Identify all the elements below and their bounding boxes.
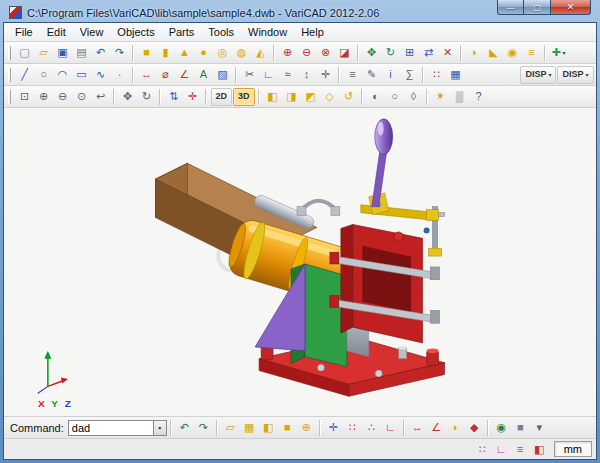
measure-icon[interactable]: ✛ <box>317 66 335 84</box>
open-file-icon[interactable]: ▱ <box>35 44 53 62</box>
circle-icon[interactable]: ○ <box>35 66 53 84</box>
display-settings-button[interactable]: DISP▾ <box>520 66 556 84</box>
window-titlebar[interactable]: C:\Program Files\VariCAD\lib\sample\samp… <box>3 0 597 22</box>
offset-icon[interactable]: ≈ <box>279 66 297 84</box>
menu-edit[interactable]: Edit <box>40 24 73 40</box>
minimize-button[interactable]: — <box>497 0 524 15</box>
menu-objects[interactable]: Objects <box>110 24 161 40</box>
fillet-edge-icon[interactable]: ◗ <box>466 44 484 62</box>
model-cylinder-handle[interactable] <box>297 201 340 216</box>
line-icon[interactable]: ╱ <box>16 66 34 84</box>
move-solid-icon[interactable]: ✥ <box>363 44 381 62</box>
mode-3d-button[interactable]: 3D <box>233 88 255 106</box>
menu-help[interactable]: Help <box>294 24 331 40</box>
axes-icon[interactable]: ✛ <box>184 88 202 106</box>
fillet-2d-icon[interactable]: ∟ <box>260 66 278 84</box>
grid-settings-icon[interactable]: ▦ <box>447 66 465 84</box>
pipe-solid-icon[interactable]: ◍ <box>233 44 251 62</box>
chamfer-edge-icon[interactable]: ◣ <box>485 44 503 62</box>
zoom-window-icon[interactable]: ⊡ <box>16 88 34 106</box>
trim-icon[interactable]: ✂ <box>241 66 259 84</box>
box-solid-icon[interactable]: ■ <box>138 44 156 62</box>
pan-icon[interactable]: ✥ <box>119 88 137 106</box>
stretch-icon[interactable]: ↕ <box>298 66 316 84</box>
status-ortho-icon[interactable]: ∟ <box>492 440 510 458</box>
snap-mode-icon[interactable]: ∷ <box>343 419 361 437</box>
visibility-icon[interactable]: ◉ <box>492 419 510 437</box>
redraw-icon[interactable]: ↻ <box>138 88 156 106</box>
cut-solid-icon[interactable]: ◪ <box>336 44 354 62</box>
zoom-in-icon[interactable]: ⊕ <box>35 88 53 106</box>
status-display-icon[interactable]: ◧ <box>530 440 548 458</box>
solid-edit-icon[interactable]: ◧ <box>259 419 277 437</box>
lock-icon[interactable]: ■ <box>511 419 529 437</box>
delete-solid-icon[interactable]: ✕ <box>439 44 457 62</box>
zoom-all-icon[interactable]: ⊙ <box>73 88 91 106</box>
command-redo-icon[interactable]: ↷ <box>194 419 212 437</box>
polyline-icon[interactable]: ∿ <box>92 66 110 84</box>
rotate-view-icon[interactable]: ↺ <box>340 88 358 106</box>
hatch-icon[interactable]: ▨ <box>214 66 232 84</box>
model-clamp-bracket[interactable] <box>341 224 423 342</box>
status-layer-icon[interactable]: ≡ <box>511 440 529 458</box>
mode-2d-button[interactable]: 2D <box>211 88 233 106</box>
perspective-icon[interactable]: ◊ <box>405 88 423 106</box>
print-icon[interactable]: ▤ <box>73 44 91 62</box>
info-icon[interactable]: i <box>382 66 400 84</box>
toolbar-grip[interactable] <box>8 68 11 82</box>
arc-icon[interactable]: ◠ <box>54 66 72 84</box>
boolean-union-icon[interactable]: ⊕ <box>279 44 297 62</box>
undo-icon[interactable]: ↶ <box>92 44 110 62</box>
view-isometric-icon[interactable]: ◇ <box>321 88 339 106</box>
boolean-intersect-icon[interactable]: ⊗ <box>317 44 335 62</box>
command-input[interactable] <box>68 420 154 436</box>
help-icon[interactable]: ? <box>470 88 488 106</box>
solid-list-icon[interactable]: ▦ <box>240 419 258 437</box>
toolbar-grip[interactable] <box>8 46 11 60</box>
menu-file[interactable]: File <box>8 24 40 40</box>
zoom-out-icon[interactable]: ⊖ <box>54 88 72 106</box>
units-indicator[interactable]: mm <box>554 441 592 457</box>
rotate-solid-icon[interactable]: ↻ <box>382 44 400 62</box>
thread-icon[interactable]: ≡ <box>523 44 541 62</box>
extrude-profile-icon[interactable]: ◭ <box>252 44 270 62</box>
measure-distance-icon[interactable]: ↔ <box>408 419 426 437</box>
solid-tools-icon[interactable]: ■ <box>278 419 296 437</box>
hole-icon[interactable]: ◉ <box>504 44 522 62</box>
view-front-icon[interactable]: ◧ <box>264 88 282 106</box>
menu-window[interactable]: Window <box>241 24 294 40</box>
more-tools-icon[interactable]: ▾ <box>530 419 548 437</box>
zoom-previous-icon[interactable]: ↩ <box>92 88 110 106</box>
close-button[interactable]: ✕ <box>550 0 591 15</box>
display-mode-button[interactable]: DISP▾ <box>557 66 593 84</box>
viewport-3d[interactable]: WEB <box>4 108 596 417</box>
point-icon[interactable]: ∙ <box>111 66 129 84</box>
menu-view[interactable]: View <box>73 24 111 40</box>
status-snap-icon[interactable]: ∷ <box>473 440 491 458</box>
cone-solid-icon[interactable]: ▲ <box>176 44 194 62</box>
cylinder-solid-icon[interactable]: ▮ <box>157 44 175 62</box>
view-top-icon[interactable]: ◩ <box>302 88 320 106</box>
boolean-subtract-icon[interactable]: ⊖ <box>298 44 316 62</box>
snap-settings-icon[interactable]: ∷ <box>428 66 446 84</box>
ortho-mode-icon[interactable]: ∟ <box>381 419 399 437</box>
calculator-icon[interactable]: ∑ <box>401 66 419 84</box>
command-undo-icon[interactable]: ↶ <box>175 419 193 437</box>
toolbar-grip[interactable] <box>8 90 11 104</box>
diameter-dimension-icon[interactable]: ⌀ <box>157 66 175 84</box>
save-icon[interactable]: ▣ <box>54 44 72 62</box>
recent-files-icon[interactable]: ▱ <box>221 419 239 437</box>
menu-parts[interactable]: Parts <box>162 24 202 40</box>
insert-solid-icon[interactable]: ✚▾ <box>550 44 568 62</box>
blend-tool-icon[interactable]: ◗ <box>446 419 464 437</box>
move-view-icon[interactable]: ⇅ <box>165 88 183 106</box>
copy-solid-icon[interactable]: ⊞ <box>401 44 419 62</box>
rectangle-icon[interactable]: ▭ <box>73 66 91 84</box>
menu-tools[interactable]: Tools <box>201 24 241 40</box>
view-side-icon[interactable]: ◨ <box>283 88 301 106</box>
select-mode-icon[interactable]: ✛ <box>324 419 342 437</box>
new-document-icon[interactable]: ▢ <box>16 44 34 62</box>
angle-dimension-icon[interactable]: ∠ <box>176 66 194 84</box>
measure-angle-icon[interactable]: ∠ <box>427 419 445 437</box>
drop-tool-icon[interactable]: ◆ <box>465 419 483 437</box>
